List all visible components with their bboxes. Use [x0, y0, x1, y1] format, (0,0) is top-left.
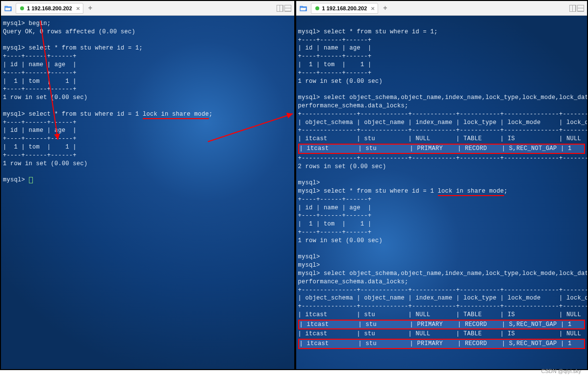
term-line: | id | name | age | — [298, 44, 586, 52]
view-mode-toggle[interactable] — [277, 5, 291, 12]
term-prompt: mysql> — [3, 176, 292, 184]
tab-label: 1 192.168.200.202 — [322, 5, 367, 11]
term-line: +----+------+------+ — [3, 151, 292, 160]
term-line: performance_schema.data_locks; — [298, 278, 586, 286]
term-line: +---------------+-------------+---------… — [298, 302, 586, 311]
term-line: | object_schema | object_name | index_na… — [298, 294, 586, 302]
term-line: | object_schema | object_name | index_na… — [298, 119, 586, 127]
term-line: | 1 | tom | 1 | — [298, 61, 586, 69]
term-line: | 1 | tom | 1 | — [298, 220, 586, 228]
add-tab-button[interactable]: + — [86, 4, 94, 12]
term-line: 1 row in set (0.00 sec) — [3, 160, 292, 168]
term-line: mysql> select * from stu where id = 1 lo… — [298, 187, 586, 196]
term-line: | itcast | stu | NULL | TABLE | IS | NUL… — [298, 330, 586, 338]
term-line: +----+------+------+ — [298, 228, 586, 237]
term-line: +----+------+------+ — [3, 119, 292, 127]
terminal-left[interactable]: mysql> begin; Query OK, 0 rows affected … — [1, 16, 294, 369]
term-line: +----+------+------+ — [3, 85, 292, 94]
term-line: mysql> select object_schema,object_name,… — [298, 94, 586, 102]
term-line: | id | name | age | — [3, 61, 292, 69]
term-line: mysql> select * from stu where id = 1; — [298, 28, 586, 36]
terminal-right[interactable]: mysql> select * from stu where id = 1; +… — [296, 16, 588, 369]
term-line: | id | name | age | — [298, 204, 586, 212]
list-view-icon[interactable] — [577, 5, 584, 12]
cursor-icon — [29, 177, 33, 183]
close-icon[interactable]: ✕ — [371, 5, 375, 11]
term-line: +----+------+------+ — [3, 52, 292, 61]
term-line: +----+------+------+ — [298, 196, 586, 204]
term-line: | id | name | age | — [3, 126, 292, 135]
grid-view-icon[interactable] — [569, 5, 576, 12]
highlighted-row: | itcast | stu | PRIMARY | RECORD | S,RE… — [298, 144, 586, 154]
term-line: mysql> select object_schema,object_name,… — [298, 270, 586, 278]
term-line: mysql> select * from stu where id = 1; — [3, 44, 292, 52]
status-dot-icon — [315, 6, 319, 10]
split-view: 1 192.168.200.202 ✕ + mysql> begin; Quer… — [0, 0, 588, 370]
term-line: +---------------+-------------+---------… — [298, 154, 586, 163]
right-pane: 1 192.168.200.202 ✕ + mysql> select * fr… — [294, 1, 588, 369]
highlighted-row: | itcast | stu | PRIMARY | RECORD | S,RE… — [298, 339, 586, 349]
add-tab-button[interactable]: + — [381, 4, 389, 12]
term-line — [298, 245, 586, 253]
highlighted-row: | itcast | stu | PRIMARY | RECORD | S,RE… — [298, 320, 586, 330]
tab-bar-right: 1 192.168.200.202 ✕ + — [296, 1, 588, 16]
term-line — [3, 36, 292, 45]
watermark: CSDN @qiyi.sky — [541, 368, 581, 374]
term-line: +----+------+------+ — [298, 212, 586, 220]
view-mode-toggle[interactable] — [569, 5, 584, 12]
term-line: performance_schema.data_locks; — [298, 102, 586, 110]
term-line: +----+------+------+ — [298, 52, 586, 61]
term-line: mysql> — [298, 261, 586, 270]
term-line: +---------------+-------------+---------… — [298, 286, 586, 295]
term-line: +----+------+------+ — [298, 69, 586, 77]
close-icon[interactable]: ✕ — [76, 5, 80, 11]
term-line: Query OK, 0 rows affected (0.00 sec) — [3, 28, 292, 36]
red-underline: lock in share mode — [143, 111, 209, 119]
term-line — [298, 20, 586, 28]
term-line — [3, 102, 292, 110]
term-line: | 1 | tom | 1 | — [3, 143, 292, 151]
status-dot-icon — [20, 6, 24, 10]
term-line: mysql> begin; — [3, 20, 292, 28]
open-folder-icon[interactable] — [4, 4, 13, 13]
term-line: +----+------+------+ — [298, 36, 586, 45]
term-line: 1 row in set (0.00 sec) — [3, 94, 292, 102]
term-line: +---------------+-------------+---------… — [298, 110, 586, 119]
term-line: | itcast | stu | NULL | TABLE | IS | NUL… — [298, 135, 586, 143]
tab-bar-left: 1 192.168.200.202 ✕ + — [1, 1, 294, 16]
term-line: 1 row in set (0.00 sec) — [298, 77, 586, 86]
term-line: 2 rows in set (0.00 sec) — [298, 163, 586, 171]
term-line: | 1 | tom | 1 | — [3, 77, 292, 86]
list-view-icon[interactable] — [284, 5, 291, 12]
term-line: +----+------+------+ — [3, 135, 292, 143]
term-line: mysql> — [298, 179, 586, 187]
term-line: | itcast | stu | NULL | TABLE | IS | NUL… — [298, 311, 586, 319]
left-pane: 1 192.168.200.202 ✕ + mysql> begin; Quer… — [1, 1, 294, 369]
red-underline: lock in share mode — [438, 188, 504, 196]
term-line: mysql> select * from stu where id = 1 lo… — [3, 110, 292, 119]
open-folder-icon[interactable] — [299, 4, 308, 13]
term-line: +----+------+------+ — [3, 69, 292, 77]
grid-view-icon[interactable] — [277, 5, 283, 12]
term-line: mysql> — [298, 253, 586, 261]
tab-label: 1 192.168.200.202 — [27, 5, 72, 11]
connection-tab[interactable]: 1 192.168.200.202 ✕ — [311, 3, 379, 14]
term-line — [298, 85, 586, 94]
connection-tab[interactable]: 1 192.168.200.202 ✕ — [16, 3, 83, 14]
term-line — [298, 171, 586, 179]
term-line — [3, 168, 292, 176]
term-line: +---------------+-------------+---------… — [298, 126, 586, 135]
term-line: 1 row in set (0.00 sec) — [298, 237, 586, 245]
